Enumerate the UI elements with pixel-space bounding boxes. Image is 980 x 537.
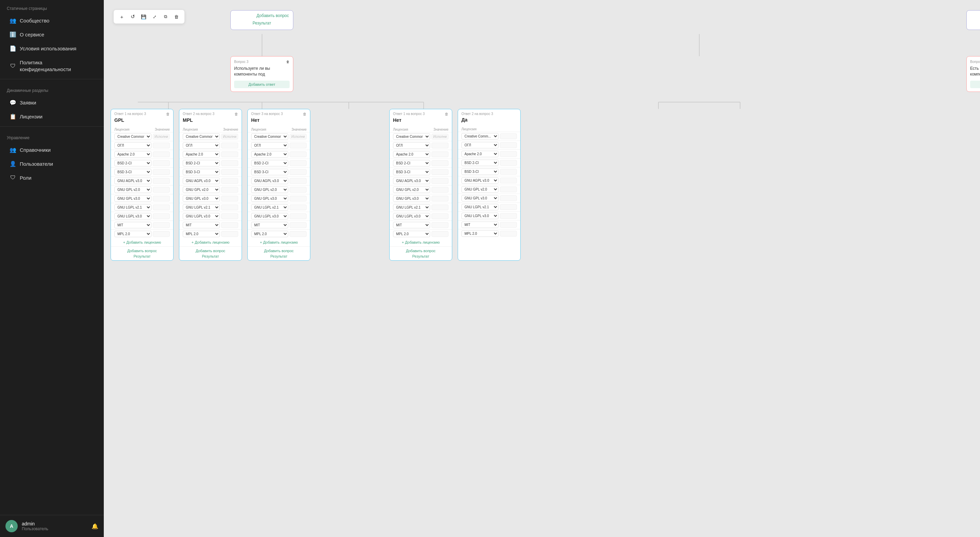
license-select[interactable]: ОГЛ — [251, 142, 288, 149]
license-select[interactable]: GNU LGPL v3.0 — [183, 213, 220, 220]
license-select[interactable]: ОГЛ — [393, 142, 430, 149]
license-value-input[interactable] — [221, 178, 238, 184]
license-select[interactable]: Apache 2.0 — [115, 151, 151, 158]
sidebar-item-users[interactable]: 👤 Пользователи — [3, 157, 101, 171]
license-select[interactable]: MIT — [393, 222, 430, 228]
sidebar-item-roles[interactable]: 🛡 Роли — [3, 171, 101, 184]
license-select[interactable]: BSD 2-Cl — [393, 160, 430, 166]
sidebar-item-terms[interactable]: 📄 Условия использования — [3, 42, 101, 55]
license-value-input[interactable] — [431, 134, 449, 140]
license-value-input[interactable] — [290, 196, 307, 201]
license-select[interactable]: BSD 3-Cl — [251, 169, 288, 175]
license-value-input[interactable] — [431, 187, 449, 193]
license-select[interactable]: GNU GPL v3.0 — [251, 195, 288, 202]
add-button[interactable]: + — [117, 12, 127, 21]
q3-left-trash-icon[interactable]: 🗑 — [286, 60, 290, 64]
license-value-input[interactable] — [500, 222, 517, 228]
license-value-input[interactable] — [153, 204, 170, 210]
license-select[interactable]: MIT — [183, 222, 220, 228]
license-select[interactable]: BSD 2-Cl — [115, 160, 151, 166]
license-select[interactable]: GNU GPL v3.0 — [461, 195, 498, 201]
license-value-input[interactable] — [431, 160, 449, 166]
license-value-input[interactable] — [290, 222, 307, 228]
license-select[interactable]: GNU AGPL v3.0 — [461, 177, 498, 184]
add-question-top-right[interactable]: Добавить вопрос — [971, 13, 980, 18]
license-select[interactable]: MPL 2.0 — [251, 231, 288, 237]
license-select[interactable]: Apache 2.0 — [393, 151, 430, 158]
license-value-input[interactable] — [221, 169, 238, 175]
license-select[interactable]: BSD 2-Cl — [461, 159, 498, 166]
a1q3-result[interactable]: Результат — [115, 254, 170, 258]
sidebar-item-about[interactable]: ℹ️ О сервисе — [3, 28, 101, 41]
license-select[interactable]: ОГЛ — [115, 142, 151, 149]
license-value-input[interactable] — [221, 160, 238, 166]
license-select[interactable]: Creative Commons... — [183, 134, 220, 140]
license-select[interactable]: Creative Commons... — [251, 134, 288, 140]
license-select[interactable]: ОГЛ — [461, 142, 498, 148]
license-select[interactable]: GNU AGPL v3.0 — [251, 178, 288, 184]
license-select[interactable]: GNU AGPL v3.0 — [183, 178, 220, 184]
q3-right-add-answer[interactable]: Добавить ответ — [970, 81, 980, 88]
license-select[interactable]: GNU LGPL v3.0 — [251, 213, 288, 220]
license-select[interactable]: GNU LGPL v2.1 — [393, 204, 430, 210]
license-value-input[interactable] — [500, 142, 517, 148]
license-select[interactable]: MIT — [115, 222, 151, 228]
license-value-input[interactable] — [221, 196, 238, 201]
license-value-input[interactable] — [500, 231, 517, 236]
license-value-input[interactable] — [153, 134, 170, 140]
license-select[interactable]: BSD 3-Cl — [183, 169, 220, 175]
license-value-input[interactable] — [431, 169, 449, 175]
undo-button[interactable]: ↺ — [128, 12, 137, 21]
sidebar-item-licenses[interactable]: 📋 Лицензии — [3, 110, 101, 123]
license-value-input[interactable] — [431, 178, 449, 184]
a1q3r-add-license[interactable]: + Добавить лицензию — [393, 240, 449, 244]
license-value-input[interactable] — [290, 178, 307, 184]
license-value-input[interactable] — [290, 143, 307, 148]
license-select[interactable]: Apache 2.0 — [183, 151, 220, 158]
license-select[interactable]: BSD 3-Cl — [393, 169, 430, 175]
license-select[interactable]: Apache 2.0 — [251, 151, 288, 158]
license-value-input[interactable] — [500, 213, 517, 219]
license-select[interactable]: BSD 3-Cl — [461, 169, 498, 175]
license-select[interactable]: GNU GPL v2.0 — [393, 186, 430, 193]
license-select[interactable]: GNU GPL v3.0 — [393, 195, 430, 202]
license-value-input[interactable] — [290, 214, 307, 219]
license-value-input[interactable] — [153, 143, 170, 148]
license-select[interactable]: GNU LGPL v2.1 — [183, 204, 220, 210]
license-value-input[interactable] — [221, 222, 238, 228]
license-value-input[interactable] — [500, 195, 517, 201]
a2q3-add-license[interactable]: + Добавить лицензию — [183, 240, 238, 244]
license-value-input[interactable] — [500, 134, 517, 139]
q3-left-add-answer[interactable]: Добавить ответ — [234, 81, 290, 88]
license-select[interactable]: BSD 3-Cl — [115, 169, 151, 175]
license-value-input[interactable] — [431, 151, 449, 157]
sidebar-item-privacy[interactable]: 🛡 Политика конфиденциальности — [3, 56, 101, 76]
license-select[interactable]: GNU LGPL v2.1 — [251, 204, 288, 210]
a3q3-add-question[interactable]: Добавить вопрос — [251, 249, 307, 253]
license-value-input[interactable] — [290, 231, 307, 237]
license-value-input[interactable] — [431, 196, 449, 201]
license-select[interactable]: GNU GPL v3.0 — [115, 195, 151, 202]
canvas-area[interactable]: + ↺ 💾 ⤢ ⧉ 🗑 — [104, 0, 980, 537]
license-value-input[interactable] — [500, 160, 517, 166]
license-value-input[interactable] — [221, 187, 238, 193]
license-select[interactable]: GNU GPL v2.0 — [183, 186, 220, 193]
license-select[interactable]: GNU LGPL v2.1 — [115, 204, 151, 210]
license-select[interactable]: GNU GPL v2.0 — [461, 186, 498, 193]
delete-button[interactable]: 🗑 — [172, 12, 181, 21]
license-value-input[interactable] — [431, 222, 449, 228]
license-select[interactable]: MPL 2.0 — [183, 231, 220, 237]
license-value-input[interactable] — [221, 134, 238, 140]
license-value-input[interactable] — [153, 196, 170, 201]
license-select[interactable]: GNU LGPL v3.0 — [461, 213, 498, 219]
license-value-input[interactable] — [500, 186, 517, 192]
license-value-input[interactable] — [221, 204, 238, 210]
license-value-input[interactable] — [431, 143, 449, 148]
sidebar-item-applications[interactable]: 💬 Заявки — [3, 96, 101, 109]
a3q3-add-license[interactable]: + Добавить лицензию — [251, 240, 307, 244]
license-select[interactable]: MPL 2.0 — [393, 231, 430, 237]
license-select[interactable]: GNU GPL v3.0 — [183, 195, 220, 202]
license-select[interactable]: GNU GPL v2.0 — [251, 186, 288, 193]
license-value-input[interactable] — [290, 151, 307, 157]
license-value-input[interactable] — [500, 178, 517, 183]
